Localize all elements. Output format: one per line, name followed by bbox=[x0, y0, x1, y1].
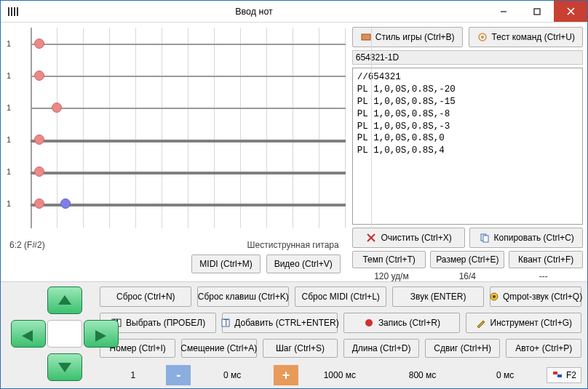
note-dot[interactable] bbox=[34, 167, 44, 177]
flag-icon bbox=[552, 369, 563, 381]
copy-button[interactable]: Копировать (Ctrl+C) bbox=[469, 228, 583, 248]
clear-label: Очистить (Ctrl+X) bbox=[381, 233, 451, 243]
play-style-label: Стиль игры (Ctrl+B) bbox=[376, 32, 455, 42]
string-label: 1 bbox=[7, 199, 11, 208]
note-dot[interactable] bbox=[34, 39, 44, 49]
svg-point-10 bbox=[481, 36, 484, 39]
record-icon bbox=[363, 317, 375, 329]
file-name-label: 654321-1D bbox=[352, 50, 583, 65]
size-value: 16/4 bbox=[429, 271, 505, 281]
instrument-button[interactable]: Инструмент (Ctrl+G) bbox=[466, 313, 581, 333]
copy-icon bbox=[479, 232, 490, 244]
svg-rect-3 bbox=[17, 7, 18, 16]
svg-point-20 bbox=[493, 295, 496, 298]
minimize-button[interactable] bbox=[487, 1, 520, 22]
test-commands-label: Тест команд (Ctrl+U) bbox=[492, 32, 575, 42]
add-icon: T bbox=[220, 317, 231, 329]
string-label: 1 bbox=[7, 167, 11, 176]
value-2: 1000 мс bbox=[298, 366, 381, 385]
add-label: Добавить (CTRL+ENTER) bbox=[234, 318, 338, 328]
test-commands-button[interactable]: Тест команд (Ctrl+U) bbox=[469, 27, 583, 47]
qmpot-label: Qmpot-звук (Ctrl+Q) bbox=[503, 292, 582, 302]
arrow-down-button[interactable] bbox=[47, 353, 82, 381]
svg-rect-5 bbox=[534, 9, 540, 15]
length-button[interactable]: Длина (Ctrl+D) bbox=[343, 339, 419, 358]
svg-marker-18 bbox=[58, 363, 71, 372]
step-button[interactable]: Шаг (Ctrl+S) bbox=[263, 339, 338, 358]
window-title: Ввод нот bbox=[21, 7, 487, 17]
shift-button[interactable]: Сдвиг (Ctrl+H) bbox=[425, 339, 501, 358]
video-button[interactable]: Видео (Ctrl+V) bbox=[266, 254, 341, 273]
f2-label: F2 bbox=[566, 370, 576, 380]
clear-button[interactable]: Очистить (Ctrl+X) bbox=[352, 228, 466, 248]
instrument-label: Инструмент (Ctrl+G) bbox=[490, 318, 573, 328]
maximize-button[interactable] bbox=[520, 1, 554, 22]
string-label: 1 bbox=[7, 135, 11, 144]
reset-midi-button[interactable]: Сброс MIDI (Ctrl+L) bbox=[295, 286, 386, 307]
app-icon bbox=[5, 4, 21, 20]
clear-icon bbox=[365, 232, 377, 244]
copy-label: Копировать (Ctrl+C) bbox=[494, 233, 574, 243]
dpad-center[interactable] bbox=[47, 320, 82, 348]
offset-button[interactable]: Смещение (Ctrl+A) bbox=[181, 339, 257, 358]
arrow-up-button[interactable] bbox=[47, 286, 82, 314]
arrow-left-button[interactable] bbox=[11, 320, 46, 348]
svg-rect-14 bbox=[483, 236, 488, 242]
svg-marker-17 bbox=[95, 330, 106, 342]
titlebar: Ввод нот bbox=[1, 1, 587, 23]
minus-button[interactable]: - bbox=[166, 365, 191, 385]
select-label: Выбрать (ПРОБЕЛ) bbox=[126, 318, 205, 328]
arrow-right-button[interactable] bbox=[84, 320, 119, 348]
svg-rect-28 bbox=[557, 374, 562, 377]
note-dot[interactable] bbox=[34, 71, 44, 81]
quant-button[interactable]: Квант (Ctrl+F) bbox=[509, 251, 583, 268]
svg-rect-8 bbox=[362, 34, 370, 40]
style-icon bbox=[360, 31, 372, 43]
svg-point-26 bbox=[365, 319, 373, 326]
value-4: 0 мс bbox=[464, 366, 547, 385]
note-dot[interactable] bbox=[52, 103, 62, 113]
grid-coord-label: 6:2 (F#2) bbox=[9, 240, 45, 250]
svg-rect-2 bbox=[14, 7, 15, 16]
code-view[interactable]: //654321 PL 1,0,0S,0.8S,-20 PL 1,0,0S,0.… bbox=[352, 68, 583, 225]
string-label: 1 bbox=[7, 71, 11, 80]
note-grid[interactable]: 111111 bbox=[2, 27, 346, 239]
string-label: 1 bbox=[7, 39, 11, 48]
plus-button[interactable]: + bbox=[274, 365, 298, 385]
midi-button[interactable]: MIDI (Ctrl+M) bbox=[191, 254, 260, 273]
svg-marker-15 bbox=[58, 295, 71, 305]
note-dot[interactable] bbox=[60, 198, 71, 209]
qmpot-icon bbox=[489, 291, 499, 302]
f2-indicator[interactable]: F2 bbox=[547, 367, 581, 383]
size-button[interactable]: Размер (Ctrl+E) bbox=[430, 251, 504, 268]
note-dot[interactable] bbox=[34, 135, 44, 145]
add-button[interactable]: T Добавить (CTRL+ENTER) bbox=[222, 313, 338, 333]
record-button[interactable]: Запись (Ctrl+R) bbox=[343, 313, 459, 333]
string-label: 1 bbox=[7, 103, 11, 112]
record-label: Запись (Ctrl+R) bbox=[378, 318, 440, 328]
reset-keys-button[interactable]: Сброс клавиш (Ctrl+K) bbox=[197, 286, 289, 307]
close-button[interactable] bbox=[554, 1, 587, 22]
svg-marker-16 bbox=[22, 330, 33, 342]
quant-value: --- bbox=[506, 271, 581, 281]
svg-text:T: T bbox=[223, 318, 229, 328]
tempo-value: 120 уд/м bbox=[354, 271, 429, 281]
sound-button[interactable]: Звук (ENTER) bbox=[392, 286, 484, 307]
qmpot-button[interactable]: Qmpot-звук (Ctrl+Q) bbox=[490, 286, 581, 307]
note-dot[interactable] bbox=[34, 198, 44, 209]
svg-rect-0 bbox=[8, 7, 9, 16]
value-3: 800 мс bbox=[381, 366, 464, 385]
reset-button[interactable]: Сброс (Ctrl+N) bbox=[100, 286, 191, 307]
instrument-icon bbox=[475, 317, 487, 329]
play-style-button[interactable]: Стиль игры (Ctrl+B) bbox=[352, 27, 463, 47]
direction-pad bbox=[7, 286, 92, 381]
auto-button[interactable]: Авто+ (Ctrl+P) bbox=[506, 339, 581, 358]
svg-rect-27 bbox=[553, 372, 557, 374]
value-number: 1 bbox=[100, 366, 166, 385]
value-1: 0 мс bbox=[191, 366, 274, 385]
svg-rect-1 bbox=[11, 7, 12, 16]
grid-mode-label: Шестиструнная гитара bbox=[247, 240, 339, 250]
tempo-button[interactable]: Темп (Ctrl+T) bbox=[352, 251, 426, 268]
test-icon bbox=[477, 31, 488, 43]
